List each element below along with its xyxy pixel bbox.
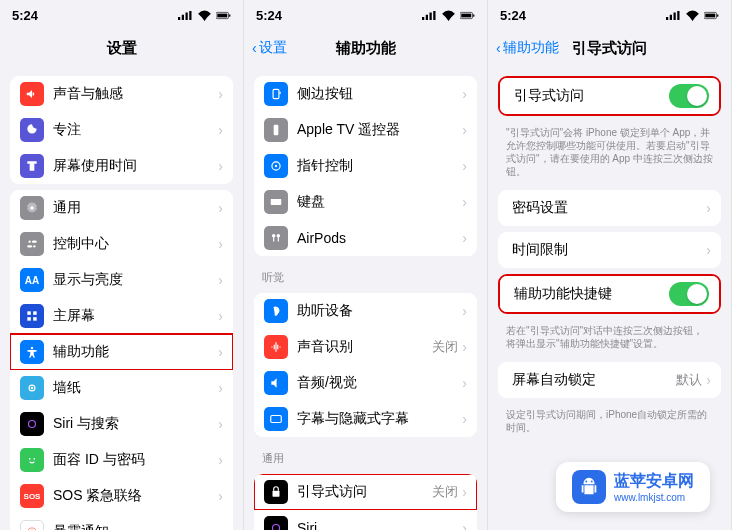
chevron-icon: ›	[218, 344, 223, 360]
svg-point-10	[33, 245, 35, 247]
pointer-icon	[264, 154, 288, 178]
group-passcode: 密码设置 ›	[498, 190, 721, 226]
row-label: 屏幕使用时间	[53, 157, 218, 175]
row-display[interactable]: AA 显示与亮度 ›	[10, 262, 233, 298]
chevron-icon: ›	[462, 520, 467, 530]
group-device: 声音与触感 › 专注 › 屏幕使用时间 ›	[10, 76, 233, 184]
status-bar: 5:24	[488, 0, 731, 30]
chevron-icon: ›	[218, 524, 223, 530]
row-label: AirPods	[297, 230, 462, 246]
back-button[interactable]: ‹ 辅助功能	[496, 39, 559, 57]
row-airpods[interactable]: AirPods ›	[254, 220, 477, 256]
chevron-icon: ›	[462, 484, 467, 500]
screen-guided: 5:24 ‹ 辅助功能 引导式访问 引导式访问 "引导式访问"会将 iPhone…	[488, 0, 732, 530]
status-time: 5:24	[256, 8, 282, 23]
svg-rect-9	[32, 241, 37, 243]
row-label: 声音识别	[297, 338, 432, 356]
row-focus[interactable]: 专注 ›	[10, 112, 233, 148]
row-hearing[interactable]: 助听设备 ›	[254, 293, 477, 329]
row-homescreen[interactable]: 主屏幕 ›	[10, 298, 233, 334]
row-keyboard[interactable]: 键盘 ›	[254, 184, 477, 220]
sound-icon	[20, 82, 44, 106]
row-label: 显示与亮度	[53, 271, 218, 289]
group-autolock: 屏幕自动锁定 默认 ›	[498, 362, 721, 398]
chevron-icon: ›	[218, 200, 223, 216]
chevron-icon: ›	[218, 416, 223, 432]
svg-rect-2	[186, 12, 188, 20]
row-timelimit[interactable]: 时间限制 ›	[498, 232, 721, 268]
content-guided: 引导式访问 "引导式访问"会将 iPhone 锁定到单个 App，并允许您控制哪…	[488, 66, 731, 530]
row-appletv[interactable]: Apple TV 遥控器 ›	[254, 112, 477, 148]
svg-rect-38	[271, 199, 282, 205]
row-label: 控制中心	[53, 235, 218, 253]
airpods-icon	[264, 226, 288, 250]
row-control[interactable]: 控制中心 ›	[10, 226, 233, 262]
row-av[interactable]: 音频/视觉 ›	[254, 365, 477, 401]
group-physical: 侧边按钮 › Apple TV 遥控器 › 指针控制 › 键盘 › AirPod…	[254, 76, 477, 256]
nav-title: 设置	[107, 39, 137, 58]
screen-accessibility: 5:24 ‹ 设置 辅助功能 侧边按钮 › Apple TV 遥控器 › 指针控…	[244, 0, 488, 530]
chevron-icon: ›	[462, 158, 467, 174]
svg-rect-53	[705, 13, 715, 17]
home-icon	[20, 304, 44, 328]
chevron-icon: ›	[462, 375, 467, 391]
group-toggle1: 引导式访问	[498, 76, 721, 116]
row-sound[interactable]: 声音与触感 ›	[10, 76, 233, 112]
row-sidebutton[interactable]: 侧边按钮 ›	[254, 76, 477, 112]
nav-bar: ‹ 辅助功能 引导式访问	[488, 30, 731, 66]
svg-rect-50	[674, 12, 676, 20]
row-pointer[interactable]: 指针控制 ›	[254, 148, 477, 184]
row-shortcut-toggle[interactable]: 辅助功能快捷键	[500, 276, 719, 312]
row-accessibility[interactable]: 辅助功能 ›	[10, 334, 233, 370]
watermark-link: www.lmkjst.com	[614, 492, 694, 503]
svg-rect-33	[273, 89, 279, 98]
row-label: Siri	[297, 520, 462, 530]
focus-icon	[20, 118, 44, 142]
group-label-hearing: 听觉	[244, 262, 487, 287]
chevron-icon: ›	[218, 488, 223, 504]
screentime-icon	[20, 154, 44, 178]
wave-icon	[264, 335, 288, 359]
chevron-icon: ›	[218, 272, 223, 288]
group-label-general: 通用	[244, 443, 487, 468]
toggle-switch[interactable]	[669, 84, 709, 108]
chevron-icon: ›	[218, 380, 223, 396]
siri-icon	[20, 412, 44, 436]
row-faceid[interactable]: 面容 ID 与密码 ›	[10, 442, 233, 478]
row-captions[interactable]: 字幕与隐藏式字幕 ›	[254, 401, 477, 437]
row-label: Apple TV 遥控器	[297, 121, 462, 139]
row-guided[interactable]: 引导式访问 关闭 ›	[254, 474, 477, 510]
svg-rect-15	[33, 317, 37, 321]
toggle-switch[interactable]	[669, 282, 709, 306]
row-sounddetect[interactable]: 声音识别 关闭 ›	[254, 329, 477, 365]
chevron-icon: ›	[218, 452, 223, 468]
row-siri[interactable]: Siri 与搜索 ›	[10, 406, 233, 442]
row-exposure[interactable]: 暴露通知 ›	[10, 514, 233, 530]
chevron-icon: ›	[218, 158, 223, 174]
chevron-icon: ›	[706, 200, 711, 216]
row-wallpaper[interactable]: 墙纸 ›	[10, 370, 233, 406]
faceid-icon	[20, 448, 44, 472]
row-siri2[interactable]: Siri ›	[254, 510, 477, 530]
android-icon	[572, 470, 606, 504]
lock-icon	[264, 480, 288, 504]
row-label: 侧边按钮	[297, 85, 462, 103]
signal-icon	[666, 10, 681, 21]
svg-rect-14	[27, 317, 31, 321]
svg-rect-54	[717, 14, 718, 17]
row-label: 引导式访问	[297, 483, 432, 501]
note-guided: "引导式访问"会将 iPhone 锁定到单个 App，并允许您控制哪些功能可供使…	[488, 122, 731, 184]
back-button[interactable]: ‹ 设置	[252, 39, 287, 57]
chevron-icon: ›	[462, 339, 467, 355]
row-label: 辅助功能快捷键	[514, 285, 669, 303]
wifi-icon	[685, 10, 700, 21]
row-passcode[interactable]: 密码设置 ›	[498, 190, 721, 226]
row-autolock[interactable]: 屏幕自动锁定 默认 ›	[498, 362, 721, 398]
row-guided-toggle[interactable]: 引导式访问	[500, 78, 719, 114]
chevron-icon: ›	[462, 122, 467, 138]
svg-rect-34	[280, 92, 281, 94]
row-general[interactable]: 通用 ›	[10, 190, 233, 226]
row-sos[interactable]: SOS SOS 紧急联络 ›	[10, 478, 233, 514]
row-screentime[interactable]: 屏幕使用时间 ›	[10, 148, 233, 184]
svg-rect-5	[217, 13, 227, 17]
